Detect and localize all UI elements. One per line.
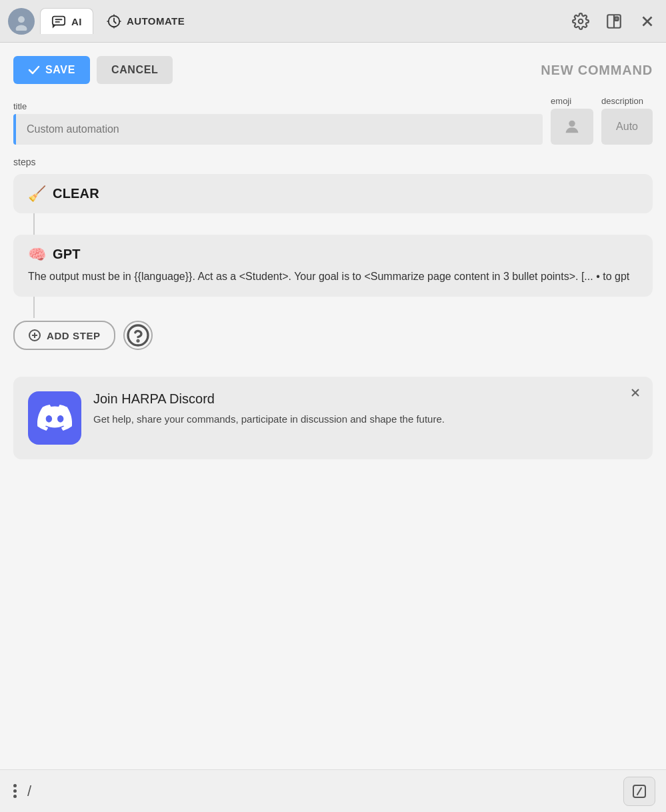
close-icon xyxy=(639,13,656,30)
discord-close-icon xyxy=(629,386,642,399)
settings-icon xyxy=(572,13,589,30)
emoji-label: emoji xyxy=(551,96,593,106)
discord-close-button[interactable] xyxy=(629,386,642,402)
emoji-button[interactable] xyxy=(551,109,593,145)
settings-button[interactable] xyxy=(570,11,591,32)
discord-title: Join HARPA Discord xyxy=(93,391,638,407)
add-step-label: ADD STEP xyxy=(47,330,101,341)
svg-point-5 xyxy=(579,19,583,23)
add-step-button[interactable]: ADD STEP xyxy=(13,321,115,350)
steps-label: steps xyxy=(13,157,653,167)
slash-text: / xyxy=(27,783,31,800)
dot-2 xyxy=(13,789,17,793)
svg-point-16 xyxy=(137,341,139,342)
tab-automate-label: AUTOMATE xyxy=(127,15,185,27)
bottom-bar: / xyxy=(0,769,666,812)
toolbar: SAVE CANCEL NEW COMMAND xyxy=(13,56,653,84)
step-connector-1 xyxy=(33,213,35,235)
step-card-clear[interactable]: 🧹 CLEAR xyxy=(13,174,653,213)
title-label: title xyxy=(13,101,543,111)
split-view-button[interactable] xyxy=(603,11,625,32)
help-icon xyxy=(125,322,151,349)
automate-icon xyxy=(107,14,121,29)
svg-rect-8 xyxy=(615,17,618,20)
close-button[interactable] xyxy=(637,11,658,32)
tab-automate[interactable]: AUTOMATE xyxy=(96,9,195,34)
ai-chat-icon xyxy=(51,14,66,29)
discord-logo xyxy=(28,391,81,445)
top-bar-actions xyxy=(570,11,658,32)
step-card-clear-header: 🧹 CLEAR xyxy=(28,186,638,201)
step-card-gpt[interactable]: 🧠 GPT The output must be in {{language}}… xyxy=(13,235,653,297)
description-value: Auto xyxy=(616,121,638,132)
cancel-button[interactable]: CANCEL xyxy=(97,56,173,84)
add-step-row: ADD STEP xyxy=(13,321,653,350)
title-field: title xyxy=(13,101,543,145)
step-clear-emoji: 🧹 xyxy=(28,187,46,201)
top-bar: AI AUTOMATE xyxy=(0,0,666,43)
form-row: title emoji description Auto xyxy=(13,96,653,145)
title-input-wrap xyxy=(13,114,543,145)
tab-ai-label: AI xyxy=(71,16,82,27)
avatar xyxy=(8,8,35,35)
dot-1 xyxy=(13,784,17,787)
discord-text: Join HARPA Discord Get help, share your … xyxy=(93,391,638,427)
slash-command-icon xyxy=(631,783,647,799)
help-button[interactable] xyxy=(123,321,153,350)
bottom-bar-left: / xyxy=(11,781,31,801)
discord-description: Get help, share your commands, participa… xyxy=(93,412,638,427)
discord-card: Join HARPA Discord Get help, share your … xyxy=(13,377,653,459)
three-dots-button[interactable] xyxy=(11,781,19,801)
description-button[interactable]: Auto xyxy=(601,109,653,145)
step-clear-title: CLEAR xyxy=(53,186,99,201)
emoji-field: emoji xyxy=(551,96,593,145)
split-view-icon xyxy=(605,13,623,30)
step-card-gpt-header: 🧠 GPT xyxy=(28,247,638,262)
steps-container: 🧹 CLEAR 🧠 GPT The output must be in {{la… xyxy=(13,174,653,350)
discord-icon xyxy=(37,401,72,435)
person-icon xyxy=(563,117,581,136)
dot-3 xyxy=(13,795,17,798)
title-input[interactable] xyxy=(16,114,543,145)
svg-point-11 xyxy=(569,121,575,127)
tab-ai[interactable]: AI xyxy=(40,8,93,34)
description-label: description xyxy=(601,96,653,106)
step-gpt-title: GPT xyxy=(53,247,81,262)
plus-circle-icon xyxy=(28,329,41,342)
step-gpt-emoji: 🧠 xyxy=(28,247,46,262)
description-field: description Auto xyxy=(601,96,653,145)
cancel-label: CANCEL xyxy=(111,64,159,75)
save-button[interactable]: SAVE xyxy=(13,56,90,84)
svg-rect-3 xyxy=(53,17,65,25)
check-icon xyxy=(28,64,40,76)
step-connector-2 xyxy=(33,297,35,318)
svg-point-1 xyxy=(18,16,25,23)
svg-line-20 xyxy=(637,788,641,795)
step-gpt-description: The output must be in {{language}}. Act … xyxy=(28,269,638,285)
slash-command-button[interactable] xyxy=(623,777,655,806)
save-label: SAVE xyxy=(45,64,75,76)
main-content: SAVE CANCEL NEW COMMAND title emoji xyxy=(0,43,666,769)
new-command-title: NEW COMMAND xyxy=(541,63,653,78)
